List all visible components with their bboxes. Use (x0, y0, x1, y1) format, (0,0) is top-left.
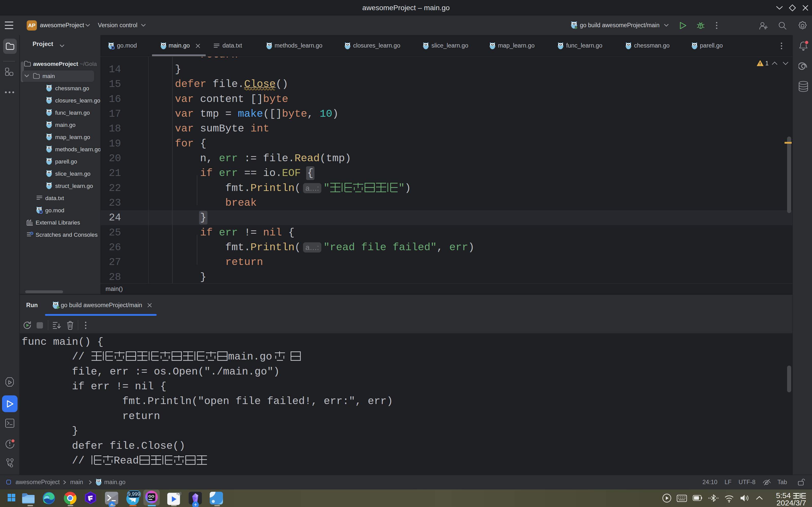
svg-text:GO: GO (149, 494, 155, 498)
